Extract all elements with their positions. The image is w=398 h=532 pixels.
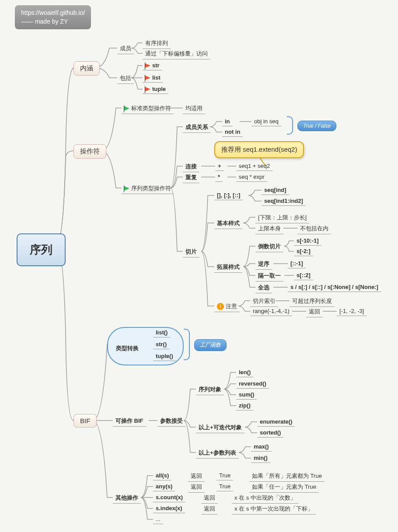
bracket-forms[interactable]: [], [:], [::]	[214, 191, 243, 200]
header-url: https://woaielf.github.io/	[21, 9, 85, 17]
every-other[interactable]: 隔一取一	[255, 271, 283, 282]
leaf-more: ...	[153, 515, 163, 524]
leaf: 如果「任一」元素为 True	[249, 482, 319, 493]
param-accept[interactable]: 参数接受	[157, 416, 185, 427]
membership[interactable]: 成员关系	[183, 122, 211, 133]
std-ops[interactable]: 标准类型操作符	[122, 104, 174, 114]
leaf: 如果「所有」元素都为 True	[249, 471, 325, 482]
fn-all: all(s)	[153, 471, 171, 480]
branch-connotation[interactable]: 内涵	[73, 61, 100, 76]
leaf: 均适用	[183, 104, 205, 114]
leaf: enumerate()	[257, 417, 295, 427]
iter-obj[interactable]: 以上+可迭代对象	[196, 423, 244, 433]
ext-style[interactable]: 拓展样式	[214, 262, 242, 273]
leaf: 返回	[201, 504, 218, 515]
branch-bif[interactable]: BIF	[73, 414, 97, 428]
leaf: 不包括在内	[297, 224, 331, 234]
leaf: *	[215, 173, 223, 182]
fn-index: s.index(x)	[153, 504, 185, 513]
leaf: 返回	[188, 471, 205, 482]
leaf: 返回	[306, 307, 323, 317]
leaf: s[-10:-1]	[294, 236, 321, 246]
bracket-icon	[184, 329, 190, 360]
flag-icon	[124, 186, 129, 191]
flag-icon	[145, 87, 150, 91]
leaf: s[-2:]	[294, 247, 313, 256]
leaf: [下限：上限：步长]	[255, 213, 309, 223]
select-all[interactable]: 全选	[255, 283, 272, 293]
leaf: sum()	[236, 390, 257, 400]
true-false-badge: True / False	[297, 121, 336, 131]
leaf: +	[215, 162, 224, 171]
fn-count: s.count(x)	[153, 493, 185, 502]
leaf: min()	[251, 454, 270, 463]
flag-icon	[124, 106, 129, 111]
leaf: 通过「下标偏移量」访问	[143, 49, 210, 59]
callout-extend: 推荐用 seq1.extend(seq2)	[214, 141, 304, 158]
root-node[interactable]: 序列	[17, 233, 66, 266]
warning-icon: !	[217, 303, 224, 310]
leaf: seq[ind]	[262, 186, 289, 195]
header-credit: —— made by ZY	[21, 17, 85, 26]
leaf: reversed()	[236, 379, 269, 389]
arg-list[interactable]: 以上+参数列表	[196, 448, 239, 459]
leaf: s[::2]	[294, 271, 313, 280]
repeat[interactable]: 重复	[183, 173, 199, 183]
operable-bif[interactable]: 可操作 BIF	[113, 416, 146, 427]
concat[interactable]: 连接	[183, 162, 199, 172]
leaf: 返回	[201, 493, 218, 504]
leaf: 可超过序列长度	[290, 296, 335, 307]
flag-icon	[145, 63, 150, 68]
leaf-tuple: tuple	[143, 85, 168, 94]
leaf-list: list	[143, 73, 163, 83]
leaf: True	[216, 482, 233, 491]
leaf: [::-1]	[288, 259, 306, 268]
sub-includes[interactable]: 包括	[117, 73, 134, 84]
notin-op: not in	[222, 128, 243, 137]
leaf: sorted()	[257, 428, 283, 438]
type-convert-label: 类型转换	[116, 344, 139, 352]
leaf: x 在 s 中出现的「次数」	[232, 493, 299, 504]
leaf: seq * expr	[236, 173, 267, 182]
leaf: list()	[153, 328, 170, 337]
leaf: zip()	[236, 401, 253, 410]
slice[interactable]: 切片	[183, 247, 199, 257]
leaf: [-1, -2, -3]	[337, 307, 367, 316]
leaf: x 在 s 中第一次出现的「下标」	[232, 504, 316, 515]
leaf: 切片索引	[250, 296, 278, 307]
leaf: obj in seq	[251, 117, 281, 126]
in-op: in	[222, 117, 233, 126]
basic-style[interactable]: 基本样式	[214, 219, 242, 229]
leaf: seq[ind1:ind2]	[262, 197, 306, 206]
leaf: range(-1,-4,-1)	[250, 307, 292, 316]
sub-members[interactable]: 成员	[117, 44, 134, 54]
slice-note[interactable]: !注意	[214, 302, 240, 312]
leaf: str()	[153, 340, 169, 349]
seq-ops[interactable]: 序列类型操作符	[122, 184, 174, 194]
watermark-header: https://woaielf.github.io/ —— made by ZY	[15, 5, 91, 29]
leaf: max()	[251, 442, 272, 452]
reverse[interactable]: 逆序	[255, 259, 272, 270]
leaf: tuple()	[153, 352, 176, 361]
flag-icon	[145, 76, 150, 80]
seq-obj[interactable]: 序列对象	[196, 385, 224, 395]
bracket-icon	[287, 116, 293, 135]
factory-fn-badge: 工厂函数	[194, 339, 227, 351]
leaf: 返回	[188, 482, 205, 493]
leaf: s / s[:] / s[::] / s[:None] / s[None:]	[288, 283, 381, 292]
leaf: 有序排列	[143, 38, 171, 49]
leaf: seq1 + seq2	[236, 162, 272, 171]
branch-operators[interactable]: 操作符	[73, 144, 106, 159]
leaf: len()	[236, 368, 253, 377]
other-ops[interactable]: 其他操作	[113, 493, 141, 504]
rev-slice[interactable]: 倒数切片	[255, 242, 283, 252]
leaf: 上限本身	[255, 224, 283, 234]
leaf: True	[216, 471, 233, 480]
leaf-str: str	[143, 61, 162, 70]
fn-any: any(s)	[153, 482, 175, 491]
